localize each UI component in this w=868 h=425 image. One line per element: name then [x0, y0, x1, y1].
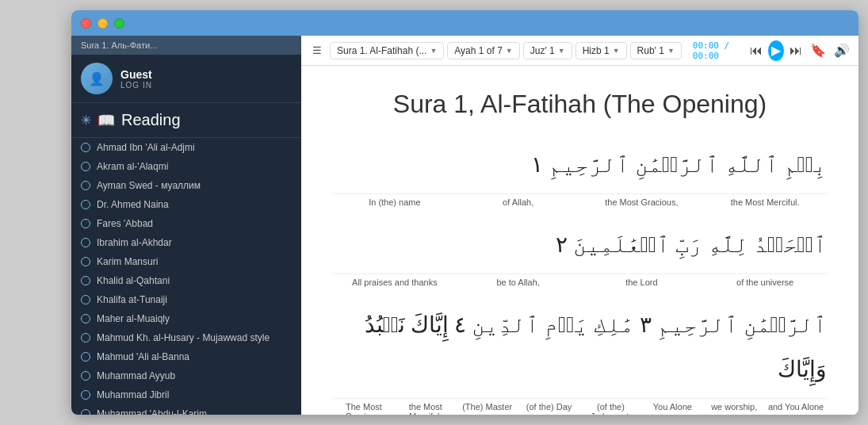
app-body: Sura 1. Аль-Фати... 👤 Guest LOG IN ✳ 📖 R… — [71, 36, 858, 415]
ayah-dropdown-label: Ayah 1 of 7 — [454, 45, 503, 56]
reading-label: Reading — [121, 111, 181, 129]
sidebar: Sura 1. Аль-Фати... 👤 Guest LOG IN ✳ 📖 R… — [71, 36, 301, 415]
avatar: 👤 — [81, 63, 113, 94]
reciter-item[interactable]: Muhammad 'Abdu-l-Karim — [71, 404, 301, 415]
reciter-item[interactable]: Mahmud Kh. al-Husary - Mujawwad style — [71, 328, 301, 347]
arabic-text: ٱلرَّحۡمَٰنِ ٱلرَّحِيمِ ٣ مَٰلِكِ يَوۡمِ… — [333, 303, 827, 392]
radio-circle — [81, 143, 90, 152]
user-name: Guest — [120, 68, 152, 81]
hizb-dropdown-label: Hizb 1 — [583, 45, 610, 56]
title-bar — [71, 10, 858, 36]
snowflake-icon: ✳ — [81, 113, 91, 128]
radio-circle — [81, 371, 90, 381]
reciter-item[interactable]: Mahmud 'Ali al-Banna — [71, 347, 301, 366]
sidebar-top-bar: Sura 1. Аль-Фати... — [71, 36, 301, 55]
reciter-item[interactable]: Ibrahim al-Akhdar — [71, 233, 301, 252]
user-info: Guest LOG IN — [120, 68, 152, 90]
radio-circle — [81, 238, 90, 247]
reciter-item[interactable]: Ayman Swed - муаллим — [71, 176, 301, 195]
radio-circle — [81, 219, 90, 228]
radio-circle — [81, 333, 90, 343]
reading-header: ✳ 📖 Reading — [71, 103, 301, 138]
reciter-item[interactable]: Fares 'Abbad — [71, 214, 301, 233]
reciter-name: Muhammad 'Abdu-l-Karim — [97, 408, 207, 415]
reciter-name: Ayman Swed - муаллим — [97, 180, 201, 191]
reciter-name: Ahmad Ibn 'Ali al-Adjmi — [97, 142, 195, 153]
reciter-item[interactable]: Maher al-Muaiqly — [71, 309, 301, 328]
rub-dropdown-label: Rub' 1 — [637, 45, 664, 56]
radio-circle — [81, 200, 90, 209]
prev-button[interactable]: ⏮ — [748, 40, 765, 61]
radio-circle — [81, 390, 90, 400]
radio-circle — [81, 181, 90, 190]
rub-dropdown[interactable]: Rub' 1 ▼ — [630, 42, 682, 59]
reciter-name: Maher al-Muaiqly — [97, 313, 170, 324]
translation-word: of Allah, — [457, 197, 580, 207]
translation-word: and You Alone — [765, 402, 827, 415]
translation-word: the Most Merciful. — [395, 402, 457, 415]
translation-word: we worship, — [703, 402, 765, 415]
translation-word: In (the) name — [333, 197, 457, 207]
reciter-name: Mahmud Kh. al-Husary - Mujawwad style — [97, 332, 270, 343]
reciter-list: Ahmad Ibn 'Ali al-AdjmiAkram al-'AlaqmiA… — [71, 138, 301, 415]
arabic-text: بِسۡمِ ٱللَّهِ ٱلرَّحۡمَٰنِ ٱلرَّحِيمِ ١ — [333, 143, 827, 187]
sidebar-top-label: Sura 1. Аль-Фати... — [81, 40, 157, 50]
juz-dropdown-arrow: ▼ — [558, 47, 565, 55]
reciter-item[interactable]: Muhammad Jibril — [71, 385, 301, 404]
translation-word: The Most Gracious, — [333, 402, 395, 415]
reciter-item[interactable]: Khalifa at-Tunaiji — [71, 290, 301, 309]
hizb-dropdown-arrow: ▼ — [613, 47, 620, 55]
translation-row: All praises and thanksbe to Allah,the Lo… — [333, 274, 827, 287]
user-section: 👤 Guest LOG IN — [71, 55, 301, 103]
main-window: Sura 1. Аль-Фати... 👤 Guest LOG IN ✳ 📖 R… — [71, 10, 858, 415]
sura-dropdown[interactable]: Sura 1. Al-Fatihah (... ▼ — [330, 42, 444, 59]
quran-page: Sura 1, Al-Fatihah (The Opening) بِسۡمِ … — [301, 66, 858, 415]
minimize-button[interactable] — [98, 18, 108, 29]
translation-word: You Alone — [641, 402, 703, 415]
reciter-name: Khalid al-Qahtani — [97, 275, 170, 286]
ayah-dropdown-arrow: ▼ — [506, 47, 513, 55]
reciter-item[interactable]: Khalid al-Qahtani — [71, 271, 301, 290]
translation-word: (of the) Judgment. — [580, 402, 642, 415]
reciter-name: Fares 'Abbad — [97, 218, 153, 229]
arabic-text: ٱلۡحَمۡدُ لِلَّهِ رَبِّ ٱلۡعَٰلَمِينَ ٢ — [333, 223, 827, 267]
radio-circle — [81, 295, 90, 304]
close-button[interactable] — [81, 18, 91, 29]
translation-row: In (the) nameof Allah,the Most Gracious,… — [333, 193, 827, 207]
translation-row: The Most Gracious,the Most Merciful.(The… — [333, 398, 827, 415]
radio-circle — [81, 162, 90, 171]
reciter-name: Ibrahim al-Akhdar — [97, 237, 172, 248]
bookmark-button[interactable]: 🔖 — [808, 40, 828, 60]
volume-button[interactable]: 🔊 — [832, 40, 852, 60]
toolbar: ☰ Sura 1. Al-Fatihah (... ▼ Ayah 1 of 7 … — [301, 36, 858, 66]
hizb-dropdown[interactable]: Hizb 1 ▼ — [575, 42, 627, 59]
ayah-container: بِسۡمِ ٱللَّهِ ٱلرَّحۡمَٰنِ ٱلرَّحِيمِ ١… — [333, 143, 827, 415]
login-button[interactable]: LOG IN — [120, 81, 152, 90]
menu-button[interactable]: ☰ — [308, 41, 327, 59]
ayah-row: ٱلۡحَمۡدُ لِلَّهِ رَبِّ ٱلۡعَٰلَمِينَ ٢A… — [333, 223, 827, 287]
ayah-dropdown[interactable]: Ayah 1 of 7 ▼ — [447, 42, 519, 59]
sura-dropdown-label: Sura 1. Al-Fatihah (... — [337, 45, 426, 56]
radio-circle — [81, 314, 90, 324]
juz-dropdown[interactable]: Juz' 1 ▼ — [523, 42, 572, 59]
play-button[interactable]: ▶ — [768, 40, 784, 61]
translation-word: All praises and thanks — [333, 278, 457, 287]
reciter-item[interactable]: Muhammad Ayyub — [71, 366, 301, 385]
reciter-item[interactable]: Ahmad Ibn 'Ali al-Adjmi — [71, 138, 301, 157]
rub-dropdown-arrow: ▼ — [667, 47, 675, 55]
timer-display: 00:00 / 00:00 — [693, 40, 740, 61]
reciter-name: Muhammad Ayyub — [97, 370, 175, 381]
ayah-row: بِسۡمِ ٱللَّهِ ٱلرَّحۡمَٰنِ ٱلرَّحِيمِ ١… — [333, 143, 827, 207]
reciter-name: Khalifa at-Tunaiji — [97, 294, 167, 305]
translation-word: of the universe — [703, 278, 827, 287]
reciter-item[interactable]: Dr. Ahmed Naina — [71, 195, 301, 214]
reciter-item[interactable]: Akram al-'Alaqmi — [71, 157, 301, 176]
radio-circle — [81, 352, 90, 362]
reciter-item[interactable]: Karim Mansuri — [71, 252, 301, 271]
book-icon: 📖 — [98, 112, 115, 129]
reciter-name: Akram al-'Alaqmi — [97, 161, 168, 172]
reciter-name: Dr. Ahmed Naina — [97, 199, 169, 210]
reciter-name: Karim Mansuri — [97, 256, 158, 267]
maximize-button[interactable] — [114, 18, 124, 29]
next-button[interactable]: ⏭ — [787, 40, 805, 61]
